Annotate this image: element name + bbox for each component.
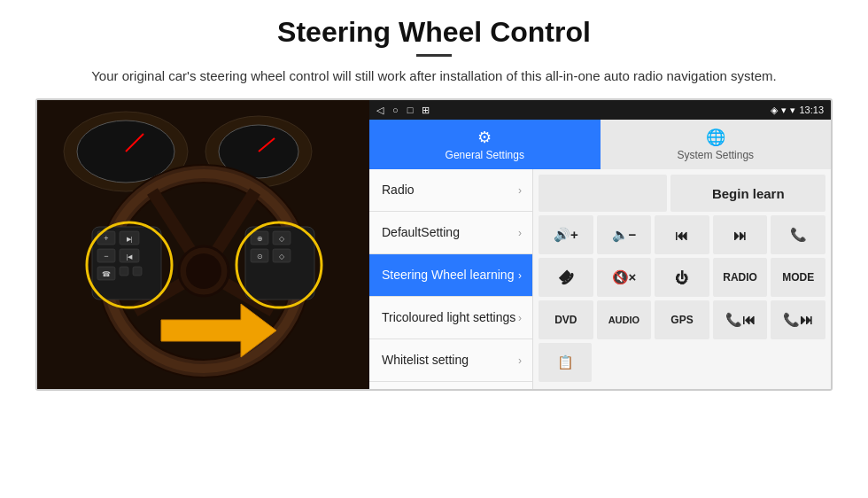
android-ui-panel: ◁ ○ □ ⊞ ◈ ▾ ▾ 13:13 ⚙ General Settings [369, 100, 831, 389]
menu-item-tricoloured-label: Tricoloured light settings [382, 310, 518, 325]
list-button[interactable]: 📋 [539, 343, 592, 382]
empty-space [539, 175, 667, 212]
radio-label: RADIO [723, 271, 757, 284]
svg-rect-23 [120, 267, 128, 276]
mute-button[interactable]: 🔇× [597, 258, 652, 297]
prev-track-button[interactable]: ⏮ [655, 215, 709, 254]
vol-up-icon: 🔊+ [554, 227, 578, 243]
gear-icon: ⚙ [477, 128, 492, 147]
vol-down-icon: 🔈− [612, 227, 637, 243]
page-wrapper: Steering Wheel Control Your original car… [0, 0, 868, 498]
tab-system[interactable]: 🌐 System Settings [601, 120, 832, 169]
menu-item-whitelist-label: Whitelist setting [382, 353, 518, 368]
controls-panel: Begin learn 🔊+ 🔈− ⏮ [533, 169, 831, 389]
controls-row-4: 📋 [539, 343, 825, 382]
svg-text:⊙: ⊙ [257, 253, 263, 261]
title-divider [416, 54, 452, 57]
next-track-icon: ⏭ [733, 228, 747, 243]
chevron-right-icon: › [518, 269, 522, 282]
svg-text:−: − [104, 252, 108, 261]
svg-text:☎: ☎ [102, 270, 111, 278]
chevron-right-icon: › [518, 312, 522, 324]
tab-general[interactable]: ⚙ General Settings [369, 120, 601, 169]
menu-item-whitelist[interactable]: Whitelist setting › [369, 339, 532, 382]
power-icon: ⏻ [675, 270, 688, 285]
svg-rect-24 [133, 267, 142, 276]
page-subtitle: Your original car's steering wheel contr… [91, 66, 777, 86]
svg-text:⊕: ⊕ [257, 235, 263, 243]
steering-wheel-panel: + − ☎ ▶| |◀ ⊕ ◇ [37, 100, 369, 389]
mute-icon: 🔇× [612, 269, 637, 285]
tab-general-label: General Settings [446, 149, 524, 161]
menu-item-tricoloured[interactable]: Tricoloured light settings › [369, 297, 532, 339]
controls-row-2: ☎ 🔇× ⏻ RADIO MODE [539, 258, 825, 297]
controls-row-0: Begin learn [539, 175, 825, 212]
menu-item-default-label: DefaultSetting [382, 225, 518, 240]
svg-text:|◀: |◀ [127, 253, 134, 261]
menu-icon[interactable]: ⊞ [422, 105, 430, 116]
recents-icon[interactable]: □ [407, 105, 414, 115]
menu-item-steering[interactable]: Steering Wheel learning › [369, 254, 532, 297]
mode-button[interactable]: MODE [771, 258, 825, 297]
location-icon: ◈ [771, 105, 778, 116]
audio-button[interactable]: AUDIO [597, 300, 652, 339]
tel-next-icon: 📞⏭ [783, 312, 813, 328]
chevron-right-icon: › [518, 227, 522, 239]
svg-text:◇: ◇ [279, 253, 285, 261]
time-display: 13:13 [799, 105, 824, 115]
wheel-background: + − ☎ ▶| |◀ ⊕ ◇ [37, 100, 369, 389]
phone-icon: 📞 [790, 227, 807, 243]
vol-up-button[interactable]: 🔊+ [539, 215, 593, 254]
controls-row-1: 🔊+ 🔈− ⏮ ⏭ 📞 [539, 215, 825, 254]
mode-label: MODE [782, 271, 814, 284]
menu-item-steering-label: Steering Wheel learning [382, 268, 518, 283]
power-button[interactable]: ⏻ [655, 258, 709, 297]
svg-text:◇: ◇ [279, 235, 285, 243]
begin-learn-button[interactable]: Begin learn [670, 175, 825, 212]
globe-icon: 🌐 [706, 128, 725, 147]
prev-track-icon: ⏮ [675, 228, 688, 243]
hang-up-icon: ☎ [554, 266, 577, 289]
main-content: Radio › DefaultSetting › Steering Wheel … [369, 169, 831, 389]
menu-list: Radio › DefaultSetting › Steering Wheel … [369, 169, 533, 389]
controls-row-3: DVD AUDIO GPS 📞⏮ 📞⏭ [539, 300, 825, 339]
menu-item-default[interactable]: DefaultSetting › [369, 212, 532, 254]
gps-button[interactable]: GPS [655, 300, 709, 339]
chevron-right-icon: › [518, 354, 522, 367]
next-track-button[interactable]: ⏭ [713, 215, 768, 254]
svg-text:+: + [104, 234, 108, 243]
status-bar: ◁ ○ □ ⊞ ◈ ▾ ▾ 13:13 [369, 100, 831, 120]
phone-answer-button[interactable]: 📞 [771, 215, 825, 254]
svg-point-11 [186, 253, 221, 289]
list-icon: 📋 [557, 354, 574, 370]
status-indicators: ◈ ▾ ▾ 13:13 [771, 105, 824, 116]
hang-up-button[interactable]: ☎ [539, 258, 593, 297]
menu-item-radio[interactable]: Radio › [369, 169, 532, 212]
menu-item-radio-label: Radio [382, 183, 518, 198]
dvd-button[interactable]: DVD [539, 300, 593, 339]
back-icon[interactable]: ◁ [376, 105, 384, 116]
steering-wheel-svg: + − ☎ ▶| |◀ ⊕ ◇ [37, 100, 369, 389]
nav-icons: ◁ ○ □ ⊞ [376, 105, 430, 116]
radio-button[interactable]: RADIO [713, 258, 768, 297]
tel-next-button[interactable]: 📞⏭ [771, 300, 825, 339]
tab-bar: ⚙ General Settings 🌐 System Settings [369, 120, 831, 169]
tab-system-label: System Settings [677, 149, 754, 161]
svg-text:▶|: ▶| [127, 236, 133, 243]
tel-prev-icon: 📞⏮ [725, 312, 756, 328]
page-title: Steering Wheel Control [277, 16, 591, 49]
signal-icon: ▾ [781, 105, 787, 116]
content-area: + − ☎ ▶| |◀ ⊕ ◇ [35, 98, 833, 391]
wifi-icon: ▾ [790, 105, 795, 116]
chevron-right-icon: › [518, 184, 522, 197]
tel-prev-button[interactable]: 📞⏮ [713, 300, 768, 339]
home-icon[interactable]: ○ [392, 105, 399, 115]
vol-down-button[interactable]: 🔈− [597, 215, 652, 254]
